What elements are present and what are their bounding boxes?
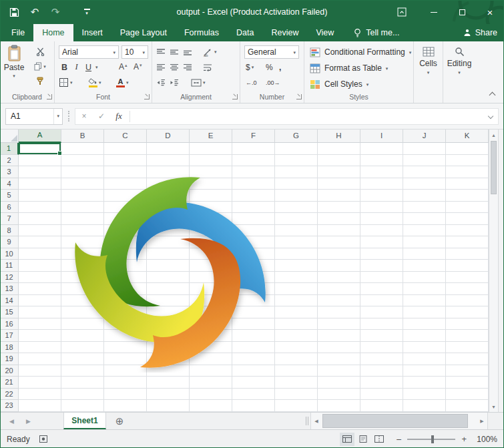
cell-K13[interactable] <box>446 283 489 295</box>
cell-I9[interactable] <box>360 236 403 248</box>
cell-G18[interactable] <box>275 342 318 354</box>
cell-G3[interactable] <box>275 166 318 178</box>
cell-K2[interactable] <box>446 155 489 167</box>
cell-G1[interactable] <box>275 143 318 155</box>
cell-G13[interactable] <box>275 283 318 295</box>
cell-H11[interactable] <box>318 260 360 272</box>
format-as-table-button[interactable]: Format as Table ▾ <box>310 61 388 75</box>
cell-A4[interactable] <box>19 178 61 190</box>
orientation-button[interactable]: ab ▾ <box>203 45 217 58</box>
page-break-view-button[interactable] <box>372 433 387 446</box>
cell-J23[interactable] <box>403 400 446 412</box>
copy-button[interactable]: ▾ <box>29 61 51 72</box>
cell-G5[interactable] <box>275 190 318 202</box>
row-header-2[interactable]: 2 <box>0 155 19 167</box>
cell-B21[interactable] <box>61 377 104 389</box>
cell-I6[interactable] <box>360 202 403 214</box>
cell-A21[interactable] <box>19 377 61 389</box>
row-header-15[interactable]: 15 <box>0 306 19 318</box>
cell-I13[interactable] <box>360 283 403 295</box>
maximize-button[interactable] <box>448 0 476 24</box>
column-header-F[interactable]: F <box>232 130 275 143</box>
cell-G6[interactable] <box>275 202 318 214</box>
cell-G21[interactable] <box>275 377 318 389</box>
cell-K16[interactable] <box>446 318 489 330</box>
cell-H19[interactable] <box>318 353 360 365</box>
cell-G12[interactable] <box>275 272 318 284</box>
cell-E22[interactable] <box>190 389 232 401</box>
cell-A19[interactable] <box>19 353 61 365</box>
merge-and-center-button[interactable]: ▾ <box>191 76 206 89</box>
cell-A16[interactable] <box>19 318 61 330</box>
cell-K3[interactable] <box>446 166 489 178</box>
insert-function-button[interactable]: fx <box>110 109 128 124</box>
share-button[interactable]: Share <box>463 24 497 41</box>
close-button[interactable]: × <box>476 0 504 24</box>
cell-K11[interactable] <box>446 260 489 272</box>
row-header-21[interactable]: 21 <box>0 377 19 389</box>
cell-I8[interactable] <box>360 225 403 237</box>
cell-J9[interactable] <box>403 236 446 248</box>
cell-I16[interactable] <box>360 318 403 330</box>
row-header-1[interactable]: 1 <box>0 143 19 155</box>
row-header-23[interactable]: 23 <box>0 400 19 412</box>
cell-G16[interactable] <box>275 318 318 330</box>
align-left-button[interactable] <box>156 61 166 73</box>
scroll-up-button[interactable]: ▲ <box>489 130 498 140</box>
row-header-4[interactable]: 4 <box>0 178 19 190</box>
vertical-scrollbar[interactable]: ▲ ▼ <box>489 130 499 412</box>
top-align-button[interactable] <box>156 45 166 58</box>
middle-align-button[interactable] <box>170 45 179 58</box>
cell-J13[interactable] <box>403 283 446 295</box>
column-header-A[interactable]: A <box>19 130 61 143</box>
cell-K21[interactable] <box>446 377 489 389</box>
cell-J17[interactable] <box>403 330 446 342</box>
cell-I7[interactable] <box>360 213 403 225</box>
cell-F23[interactable] <box>232 400 275 412</box>
formula-bar-splitter[interactable] <box>68 111 69 122</box>
cell-C23[interactable] <box>104 400 147 412</box>
horizontal-scrollbar[interactable]: ◀ ▶ <box>310 413 488 429</box>
cell-H17[interactable] <box>318 330 360 342</box>
cell-styles-button[interactable]: Cell Styles ▾ <box>310 77 368 91</box>
redo-button[interactable]: ↷ <box>50 5 61 19</box>
row-header-5[interactable]: 5 <box>0 190 19 202</box>
cell-I19[interactable] <box>360 353 403 365</box>
column-header-D[interactable]: D <box>147 130 190 143</box>
cell-H13[interactable] <box>318 283 360 295</box>
cell-I15[interactable] <box>360 306 403 318</box>
cell-G19[interactable] <box>275 353 318 365</box>
cell-B1[interactable] <box>61 143 104 155</box>
cell-H14[interactable] <box>318 295 360 307</box>
cell-A11[interactable] <box>19 260 61 272</box>
cell-I2[interactable] <box>360 155 403 167</box>
conditional-formatting-button[interactable]: Conditional Formatting ▾ <box>310 45 411 59</box>
zoom-slider[interactable] <box>407 439 455 440</box>
cell-H20[interactable] <box>318 365 360 377</box>
normal-view-button[interactable] <box>340 433 354 446</box>
cell-A15[interactable] <box>19 306 61 318</box>
cell-G22[interactable] <box>275 389 318 401</box>
cell-I23[interactable] <box>360 400 403 412</box>
cell-J21[interactable] <box>403 377 446 389</box>
cell-E23[interactable] <box>190 400 232 412</box>
cell-H16[interactable] <box>318 318 360 330</box>
cell-A6[interactable] <box>19 202 61 214</box>
cell-J12[interactable] <box>403 272 446 284</box>
row-header-17[interactable]: 17 <box>0 330 19 342</box>
cell-A7[interactable] <box>19 213 61 225</box>
vertical-scroll-track[interactable] <box>489 195 498 401</box>
cell-B22[interactable] <box>61 389 104 401</box>
cell-A9[interactable] <box>19 236 61 248</box>
cell-G8[interactable] <box>275 225 318 237</box>
cell-G4[interactable] <box>275 178 318 190</box>
expand-formula-bar-button[interactable] <box>488 114 493 119</box>
cell-A2[interactable] <box>19 155 61 167</box>
row-header-6[interactable]: 6 <box>0 202 19 214</box>
page-layout-view-button[interactable] <box>356 433 370 446</box>
column-header-H[interactable]: H <box>318 130 360 143</box>
cell-I12[interactable] <box>360 272 403 284</box>
cell-H5[interactable] <box>318 190 360 202</box>
cell-I3[interactable] <box>360 166 403 178</box>
cell-K18[interactable] <box>446 342 489 354</box>
